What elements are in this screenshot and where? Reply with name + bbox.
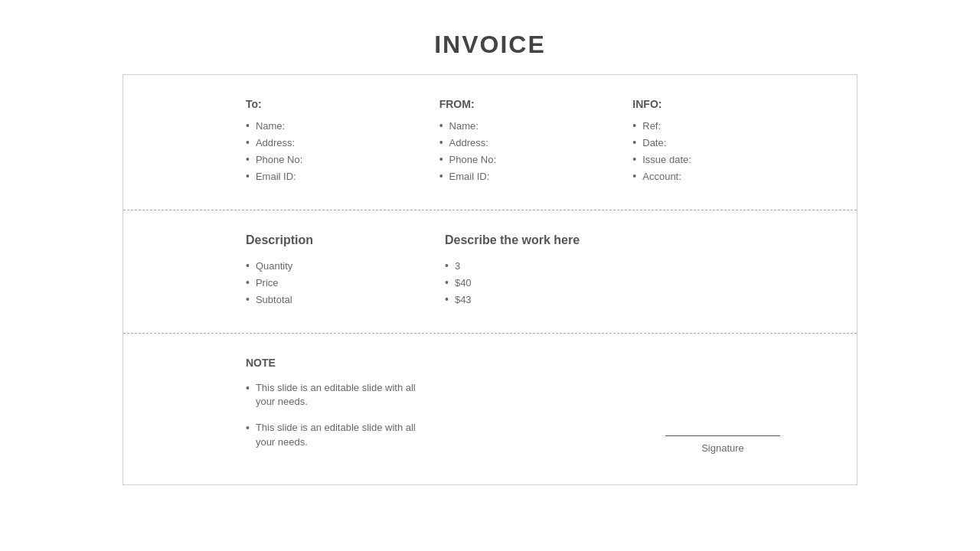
list-item: Name: <box>246 119 424 132</box>
description-right: Describe the work here 3 $40 $43 <box>445 233 826 310</box>
list-item: Email ID: <box>246 170 424 182</box>
list-item: Phone No: <box>246 153 424 165</box>
signature-area: Signature <box>665 435 780 454</box>
list-item: Ref: <box>632 119 811 132</box>
note-list: This slide is an editable slide with all… <box>246 381 430 449</box>
note-left: NOTE This slide is an editable slide wit… <box>246 357 445 461</box>
list-item: This slide is an editable slide with all… <box>246 381 430 409</box>
info-label: INFO: <box>632 98 811 110</box>
list-item: Phone No: <box>439 153 618 165</box>
info-column: INFO: Ref: Date: Issue date: Account: <box>632 98 826 187</box>
info-field-list: Ref: Date: Issue date: Account: <box>632 119 811 182</box>
to-label: To: <box>246 98 424 110</box>
from-field-list: Name: Address: Phone No: Email ID: <box>439 119 618 182</box>
list-item: Quantity <box>246 259 430 272</box>
description-title: Description <box>246 233 430 247</box>
from-label: FROM: <box>439 98 618 110</box>
note-section: NOTE This slide is an editable slide wit… <box>123 334 857 484</box>
list-item: Email ID: <box>439 170 618 182</box>
page-wrapper: INVOICE To: Name: Address: Phone No: Ema… <box>15 15 965 551</box>
signature-line <box>665 435 780 436</box>
invoice-title: INVOICE <box>434 31 546 59</box>
work-description-title: Describe the work here <box>445 233 826 247</box>
list-item: Account: <box>632 170 811 182</box>
list-item: $43 <box>445 293 826 305</box>
description-field-list: Quantity Price Subtotal <box>246 259 430 305</box>
note-title: NOTE <box>246 357 430 369</box>
list-item: Address: <box>439 136 618 148</box>
list-item: Date: <box>632 136 811 148</box>
from-column: FROM: Name: Address: Phone No: Email ID: <box>439 98 633 187</box>
list-item: Price <box>246 276 430 289</box>
description-values-list: 3 $40 $43 <box>445 259 826 305</box>
description-left: Description Quantity Price Subtotal <box>246 233 445 310</box>
list-item: Subtotal <box>246 293 430 305</box>
invoice-container: To: Name: Address: Phone No: Email ID: F… <box>122 74 858 485</box>
list-item: Name: <box>439 119 618 132</box>
list-item: Address: <box>246 136 424 148</box>
header-section: To: Name: Address: Phone No: Email ID: F… <box>123 75 857 210</box>
list-item: This slide is an editable slide with all… <box>246 421 430 448</box>
signature-label: Signature <box>665 442 780 454</box>
description-section: Description Quantity Price Subtotal Desc… <box>123 210 857 334</box>
list-item: 3 <box>445 259 826 272</box>
list-item: $40 <box>445 276 826 289</box>
to-field-list: Name: Address: Phone No: Email ID: <box>246 119 424 182</box>
to-column: To: Name: Address: Phone No: Email ID: <box>246 98 439 187</box>
list-item: Issue date: <box>632 153 811 165</box>
